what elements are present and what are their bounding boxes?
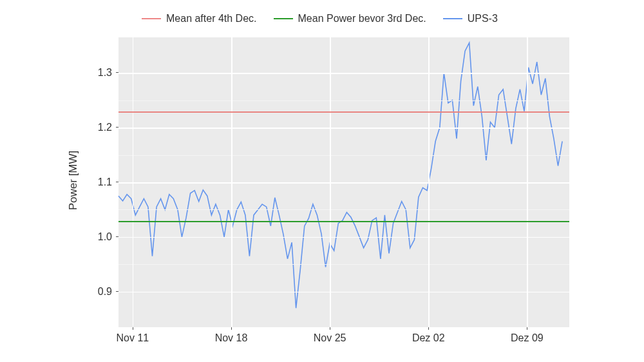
y-tick-label: 0.9 — [98, 286, 112, 298]
grid-line-v — [133, 37, 134, 327]
x-axis: Nov 11Nov 18Nov 25Dez 02Dez 09 — [118, 327, 569, 347]
x-tick-label: Nov 18 — [215, 332, 248, 344]
x-tick-mark — [133, 327, 133, 330]
y-tick-label: 1.3 — [98, 67, 112, 79]
plot-area — [118, 37, 569, 327]
grid-line-v — [231, 37, 232, 327]
legend-item-ups3: UPS-3 — [443, 13, 498, 24]
legend-label: Mean Power bevor 3rd Dec. — [298, 13, 426, 24]
grid-line-v — [330, 37, 331, 327]
legend-item-mean-after: Mean after 4th Dec. — [142, 13, 257, 24]
grid-line-h — [118, 292, 569, 293]
x-tick-label: Dez 09 — [511, 332, 544, 344]
x-tick-mark — [231, 327, 232, 330]
legend-swatch-green — [274, 18, 293, 19]
mean-after-line — [118, 111, 569, 113]
x-tick-label: Nov 25 — [314, 332, 346, 344]
grid-line-h — [118, 73, 569, 74]
legend-swatch-red — [142, 18, 161, 19]
x-tick-label: Nov 11 — [117, 332, 149, 344]
y-tick-label: 1.2 — [98, 122, 112, 133]
legend-label: Mean after 4th Dec. — [166, 13, 257, 24]
chart: Mean after 4th Dec. Mean Power bevor 3rd… — [0, 0, 644, 362]
grid-line-v — [428, 37, 430, 327]
grid-line-h — [118, 237, 569, 238]
grid-line-h — [118, 128, 569, 129]
mean-before-line — [118, 221, 569, 222]
y-tick-label: 1.0 — [98, 231, 112, 243]
grid-line-h — [118, 182, 569, 184]
x-tick-mark — [428, 327, 429, 330]
y-axis-label: Power [MW] — [67, 151, 80, 211]
y-tick-label: 1.1 — [98, 176, 112, 188]
x-tick-mark — [527, 327, 527, 330]
y-axis: 0.91.01.11.21.3 — [88, 37, 116, 327]
legend-swatch-blue — [443, 18, 462, 19]
x-tick-label: Dez 02 — [412, 332, 445, 344]
legend: Mean after 4th Dec. Mean Power bevor 3rd… — [142, 13, 498, 24]
legend-item-mean-before: Mean Power bevor 3rd Dec. — [274, 13, 426, 24]
grid-line-v — [527, 37, 528, 327]
legend-label: UPS-3 — [468, 13, 498, 24]
x-tick-mark — [330, 327, 330, 330]
